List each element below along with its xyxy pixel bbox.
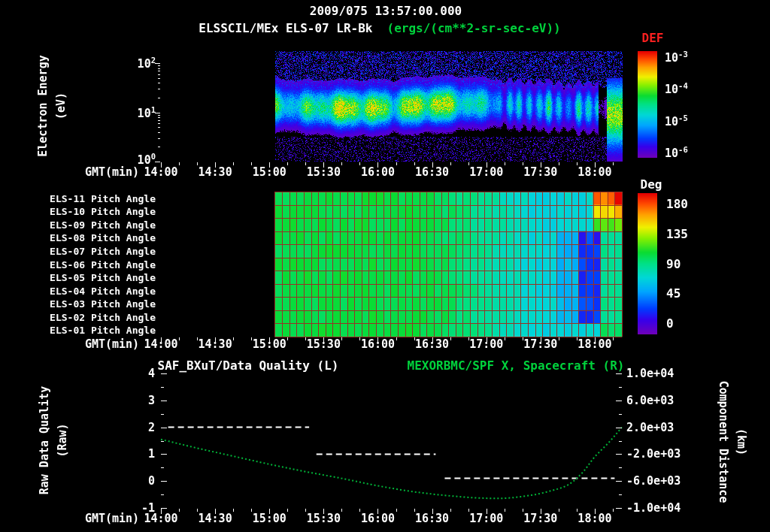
- x-tick-label: 16:00: [361, 339, 395, 350]
- pitch-row-label: ELS-07 Pitch Angle: [50, 246, 156, 255]
- quality-tick-label: 0: [148, 476, 155, 487]
- def-colorbar-title: DEF: [642, 32, 664, 44]
- bottom-title-left: SAF_BXuT/Data Quality (L): [158, 360, 339, 372]
- x-tick-label: 17:30: [523, 513, 557, 524]
- x-tick-label: 16:00: [361, 167, 395, 178]
- x-tick-label: 14:30: [199, 167, 232, 178]
- gmt-axis-label-3: GMT(min): [85, 513, 139, 524]
- x-tick-label: 17:30: [523, 167, 557, 178]
- deg-tick-label: 180: [666, 198, 688, 210]
- quality-axis-units: (Raw): [57, 423, 68, 457]
- x-tick-label: 18:00: [578, 167, 611, 178]
- x-tick-label: 17:00: [469, 513, 503, 524]
- deg-tick-label: 0: [666, 318, 674, 330]
- distance-tick-label: 2.0e+03: [626, 422, 674, 433]
- x-tick-label: 17:00: [469, 339, 503, 350]
- pitch-row-label: ELS-05 Pitch Angle: [50, 273, 156, 283]
- distance-tick-label: 1.0e+04: [626, 368, 674, 379]
- x-tick-label: 16:30: [415, 167, 449, 178]
- def-tick-label: 10-4: [665, 82, 688, 95]
- quality-tick-label: 3: [148, 394, 155, 406]
- page-title: 2009/075 13:57:00.000: [310, 5, 462, 17]
- x-tick-label: 15:30: [307, 167, 341, 178]
- gmt-axis-label-2: GMT(min): [85, 339, 139, 350]
- spec-y-axis-label: Electron Energy: [38, 55, 49, 156]
- x-tick-label: 15:00: [253, 513, 286, 524]
- x-tick-label: 15:30: [307, 339, 341, 350]
- gmt-axis-label-1: GMT(min): [85, 167, 139, 178]
- energy-tick-label: 101: [138, 106, 156, 119]
- quality-tick-label: 2: [148, 422, 155, 433]
- pitch-row-label: ELS-01 Pitch Angle: [50, 325, 156, 335]
- x-tick-label: 15:00: [253, 339, 286, 350]
- x-tick-label: 14:00: [144, 167, 177, 178]
- pitch-row-label: ELS-02 Pitch Angle: [50, 312, 156, 322]
- x-tick-label: 14:30: [199, 339, 232, 350]
- pitch-row-label: ELS-03 Pitch Angle: [50, 299, 156, 309]
- deg-tick-label: 90: [666, 258, 681, 271]
- pitch-row-label: ELS-04 Pitch Angle: [50, 286, 156, 295]
- x-tick-label: 14:00: [144, 339, 177, 350]
- distance-tick-label: -2.0e+03: [626, 449, 681, 460]
- distance-tick-label: 6.0e+03: [626, 394, 674, 406]
- quality-tick-label: 4: [148, 368, 155, 379]
- subtitle: ELSSCIL/MEx ELS-07 LR-Bk(ergs/(cm**2-sr-…: [199, 23, 560, 35]
- x-tick-label: 16:30: [415, 513, 449, 524]
- spec-y-axis-units: (eV): [56, 92, 67, 119]
- pitch-row-label: ELS-10 Pitch Angle: [50, 207, 156, 216]
- x-tick-label: 18:00: [578, 513, 611, 524]
- energy-tick-label: 100: [138, 153, 156, 166]
- x-tick-label: 15:30: [307, 513, 341, 524]
- x-tick-label: 17:00: [469, 167, 503, 178]
- x-tick-label: 16:00: [361, 513, 395, 524]
- pitch-row-label: ELS-06 Pitch Angle: [50, 259, 156, 269]
- bottom-title-right: MEXORBMC/SPF X, Spacecraft (R): [408, 360, 625, 372]
- deg-tick-label: 135: [666, 228, 688, 240]
- deg-tick-label: 45: [666, 288, 681, 300]
- deg-colorbar-title: Deg: [641, 179, 662, 191]
- pitch-row-label: ELS-11 Pitch Angle: [50, 193, 156, 203]
- distance-axis-units: (km): [735, 428, 747, 455]
- x-tick-label: 15:00: [253, 167, 286, 178]
- pitch-row-label: ELS-09 Pitch Angle: [50, 219, 156, 229]
- pitch-row-label: ELS-08 Pitch Angle: [50, 233, 156, 243]
- x-tick-label: 17:30: [523, 339, 557, 350]
- x-tick-label: 18:00: [578, 339, 611, 350]
- x-tick-label: 14:00: [144, 513, 177, 524]
- quality-axis-label: Raw Data Quality: [39, 386, 50, 495]
- distance-tick-label: -6.0e+03: [626, 476, 681, 487]
- energy-tick-label: 102: [138, 56, 156, 70]
- def-tick-label: 10-5: [665, 114, 688, 128]
- x-tick-label: 14:30: [199, 513, 232, 524]
- els-quicklook-screen: 2009/075 13:57:00.000 ELSSCIL/MEx ELS-07…: [0, 0, 770, 532]
- x-tick-label: 16:30: [415, 339, 449, 350]
- distance-tick-label: -1.0e+04: [626, 503, 681, 514]
- quality-tick-label: 1: [148, 449, 155, 460]
- distance-axis-label: Component Distance: [717, 381, 729, 503]
- units-label: (ergs/(cm**2-sr-sec-eV)): [387, 21, 561, 35]
- instrument-label: ELSSCIL/MEx ELS-07 LR-Bk: [199, 21, 372, 35]
- quality-tick-label: -1: [141, 503, 155, 514]
- def-tick-label: 10-3: [665, 50, 688, 64]
- def-tick-label: 10-6: [665, 146, 688, 159]
